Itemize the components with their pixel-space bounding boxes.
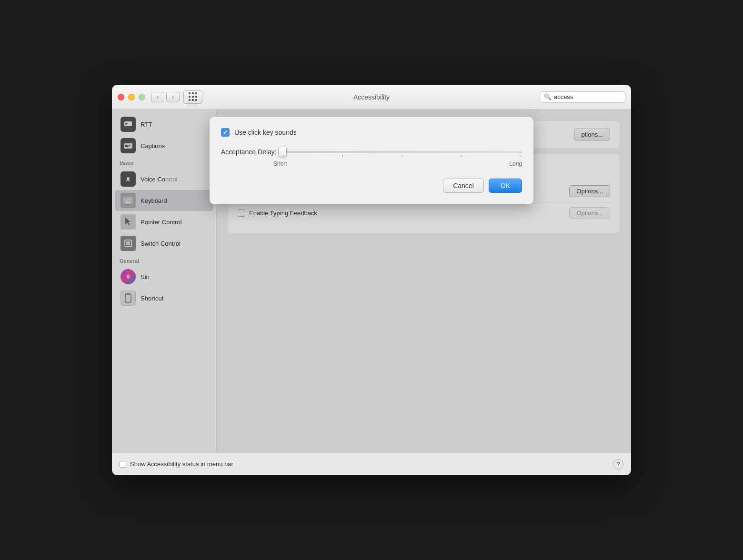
nav-back-button[interactable]: ‹	[151, 92, 164, 102]
cancel-button[interactable]: Cancel	[443, 179, 484, 193]
slider-long-label: Long	[509, 160, 522, 167]
acceptance-delay-section: Acceptance Delay:	[221, 146, 522, 167]
slider-short-label: Short	[273, 160, 287, 167]
slider-rail	[282, 151, 522, 153]
grid-icon	[189, 92, 198, 101]
acceptance-delay-slider-track	[282, 146, 522, 158]
modal-checkbox-label: Use click key sounds	[234, 129, 297, 136]
search-input[interactable]	[554, 93, 631, 100]
bottom-bar: Show Accessibility status in menu bar ?	[112, 452, 631, 475]
nav-forward-button[interactable]: ›	[166, 92, 180, 102]
close-button[interactable]	[118, 94, 124, 100]
modal-dialog: Use click key sounds Acceptance Delay:	[210, 117, 533, 204]
ok-button[interactable]: OK	[489, 179, 522, 193]
main-window: ‹ › Accessibility 🔍 ✕	[112, 85, 631, 475]
minimize-button[interactable]	[128, 94, 135, 100]
grid-view-button[interactable]	[183, 90, 202, 104]
help-button[interactable]: ?	[613, 459, 623, 470]
maximize-button[interactable]	[139, 94, 145, 100]
modal-use-click-sounds-checkbox[interactable]	[221, 128, 230, 137]
window-title: Accessibility	[353, 93, 390, 101]
content-area: RTT Captions Motor	[112, 110, 631, 452]
search-icon: 🔍	[544, 93, 552, 100]
accessibility-status-checkbox[interactable]	[120, 461, 126, 468]
slider-label-row: Acceptance Delay:	[221, 146, 522, 158]
modal-checkbox-row: Use click key sounds	[221, 128, 522, 137]
acceptance-delay-label: Acceptance Delay:	[221, 148, 277, 156]
nav-buttons: ‹ ›	[151, 92, 180, 102]
traffic-lights	[118, 94, 145, 100]
slider-ends: Short Long	[221, 160, 522, 167]
titlebar: ‹ › Accessibility 🔍 ✕	[112, 85, 631, 110]
bottom-checkbox-area: Show Accessibility status in menu bar	[120, 460, 233, 468]
modal-overlay: Use click key sounds Acceptance Delay:	[112, 110, 631, 452]
search-box[interactable]: 🔍 ✕	[540, 91, 625, 103]
accessibility-status-label: Show Accessibility status in menu bar	[130, 460, 233, 468]
modal-buttons: Cancel OK	[221, 179, 522, 193]
